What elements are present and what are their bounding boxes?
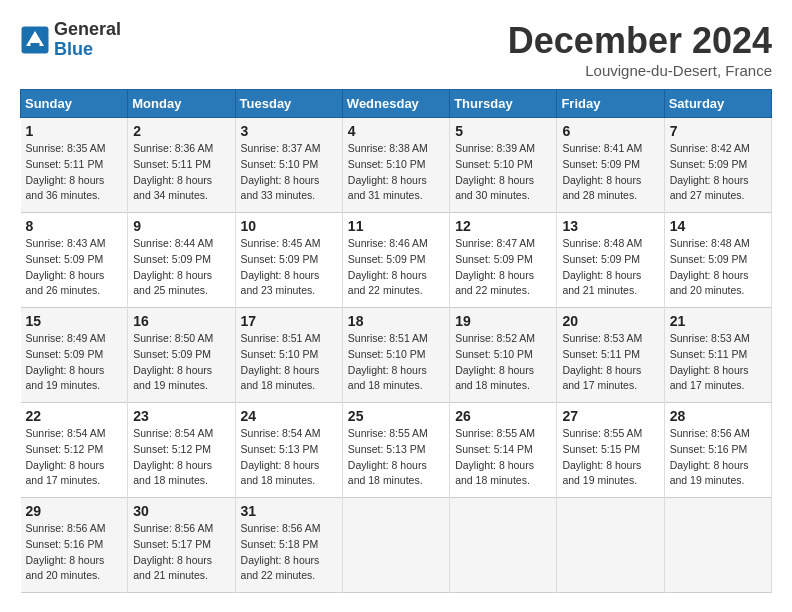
day-number: 26 — [455, 408, 551, 424]
day-number: 15 — [26, 313, 123, 329]
page-header: General Blue December 2024 Louvigne-du-D… — [20, 20, 772, 79]
day-number: 25 — [348, 408, 444, 424]
calendar-cell: 26Sunrise: 8:55 AMSunset: 5:14 PMDayligh… — [450, 403, 557, 498]
calendar-cell: 4Sunrise: 8:38 AMSunset: 5:10 PMDaylight… — [342, 118, 449, 213]
logo-icon — [20, 25, 50, 55]
calendar-cell: 28Sunrise: 8:56 AMSunset: 5:16 PMDayligh… — [664, 403, 771, 498]
day-number: 5 — [455, 123, 551, 139]
day-number: 7 — [670, 123, 766, 139]
day-info: Sunrise: 8:47 AMSunset: 5:09 PMDaylight:… — [455, 236, 551, 299]
day-info: Sunrise: 8:51 AMSunset: 5:10 PMDaylight:… — [241, 331, 337, 394]
day-info: Sunrise: 8:49 AMSunset: 5:09 PMDaylight:… — [26, 331, 123, 394]
calendar-cell: 27Sunrise: 8:55 AMSunset: 5:15 PMDayligh… — [557, 403, 664, 498]
day-number: 10 — [241, 218, 337, 234]
calendar-cell: 12Sunrise: 8:47 AMSunset: 5:09 PMDayligh… — [450, 213, 557, 308]
day-number: 20 — [562, 313, 658, 329]
day-info: Sunrise: 8:55 AMSunset: 5:13 PMDaylight:… — [348, 426, 444, 489]
month-title: December 2024 — [508, 20, 772, 62]
day-info: Sunrise: 8:56 AMSunset: 5:18 PMDaylight:… — [241, 521, 337, 584]
day-info: Sunrise: 8:56 AMSunset: 5:17 PMDaylight:… — [133, 521, 229, 584]
calendar-table: SundayMondayTuesdayWednesdayThursdayFrid… — [20, 89, 772, 593]
calendar-cell: 14Sunrise: 8:48 AMSunset: 5:09 PMDayligh… — [664, 213, 771, 308]
calendar-cell: 29Sunrise: 8:56 AMSunset: 5:16 PMDayligh… — [21, 498, 128, 593]
header-row: SundayMondayTuesdayWednesdayThursdayFrid… — [21, 90, 772, 118]
calendar-cell — [450, 498, 557, 593]
day-number: 29 — [26, 503, 123, 519]
calendar-cell: 6Sunrise: 8:41 AMSunset: 5:09 PMDaylight… — [557, 118, 664, 213]
calendar-week-row: 22Sunrise: 8:54 AMSunset: 5:12 PMDayligh… — [21, 403, 772, 498]
day-info: Sunrise: 8:54 AMSunset: 5:13 PMDaylight:… — [241, 426, 337, 489]
svg-rect-2 — [31, 43, 40, 46]
day-number: 1 — [26, 123, 123, 139]
day-info: Sunrise: 8:54 AMSunset: 5:12 PMDaylight:… — [26, 426, 123, 489]
day-number: 11 — [348, 218, 444, 234]
day-info: Sunrise: 8:48 AMSunset: 5:09 PMDaylight:… — [670, 236, 766, 299]
day-number: 17 — [241, 313, 337, 329]
column-header-friday: Friday — [557, 90, 664, 118]
calendar-cell: 21Sunrise: 8:53 AMSunset: 5:11 PMDayligh… — [664, 308, 771, 403]
calendar-cell: 17Sunrise: 8:51 AMSunset: 5:10 PMDayligh… — [235, 308, 342, 403]
title-block: December 2024 Louvigne-du-Desert, France — [508, 20, 772, 79]
column-header-monday: Monday — [128, 90, 235, 118]
calendar-cell — [557, 498, 664, 593]
calendar-week-row: 15Sunrise: 8:49 AMSunset: 5:09 PMDayligh… — [21, 308, 772, 403]
day-info: Sunrise: 8:38 AMSunset: 5:10 PMDaylight:… — [348, 141, 444, 204]
column-header-saturday: Saturday — [664, 90, 771, 118]
calendar-cell: 20Sunrise: 8:53 AMSunset: 5:11 PMDayligh… — [557, 308, 664, 403]
day-number: 31 — [241, 503, 337, 519]
day-number: 4 — [348, 123, 444, 139]
calendar-cell — [342, 498, 449, 593]
day-info: Sunrise: 8:35 AMSunset: 5:11 PMDaylight:… — [26, 141, 123, 204]
day-number: 16 — [133, 313, 229, 329]
day-number: 8 — [26, 218, 123, 234]
day-number: 18 — [348, 313, 444, 329]
day-number: 14 — [670, 218, 766, 234]
day-info: Sunrise: 8:48 AMSunset: 5:09 PMDaylight:… — [562, 236, 658, 299]
day-number: 30 — [133, 503, 229, 519]
day-info: Sunrise: 8:43 AMSunset: 5:09 PMDaylight:… — [26, 236, 123, 299]
calendar-cell: 7Sunrise: 8:42 AMSunset: 5:09 PMDaylight… — [664, 118, 771, 213]
calendar-cell: 9Sunrise: 8:44 AMSunset: 5:09 PMDaylight… — [128, 213, 235, 308]
calendar-cell: 19Sunrise: 8:52 AMSunset: 5:10 PMDayligh… — [450, 308, 557, 403]
calendar-week-row: 8Sunrise: 8:43 AMSunset: 5:09 PMDaylight… — [21, 213, 772, 308]
day-info: Sunrise: 8:41 AMSunset: 5:09 PMDaylight:… — [562, 141, 658, 204]
day-number: 21 — [670, 313, 766, 329]
day-number: 23 — [133, 408, 229, 424]
day-info: Sunrise: 8:36 AMSunset: 5:11 PMDaylight:… — [133, 141, 229, 204]
day-number: 3 — [241, 123, 337, 139]
calendar-week-row: 29Sunrise: 8:56 AMSunset: 5:16 PMDayligh… — [21, 498, 772, 593]
day-info: Sunrise: 8:55 AMSunset: 5:15 PMDaylight:… — [562, 426, 658, 489]
day-number: 13 — [562, 218, 658, 234]
column-header-tuesday: Tuesday — [235, 90, 342, 118]
day-info: Sunrise: 8:53 AMSunset: 5:11 PMDaylight:… — [562, 331, 658, 394]
calendar-cell: 15Sunrise: 8:49 AMSunset: 5:09 PMDayligh… — [21, 308, 128, 403]
calendar-cell: 22Sunrise: 8:54 AMSunset: 5:12 PMDayligh… — [21, 403, 128, 498]
logo-line2: Blue — [54, 40, 121, 60]
calendar-cell: 23Sunrise: 8:54 AMSunset: 5:12 PMDayligh… — [128, 403, 235, 498]
calendar-cell: 16Sunrise: 8:50 AMSunset: 5:09 PMDayligh… — [128, 308, 235, 403]
calendar-cell: 11Sunrise: 8:46 AMSunset: 5:09 PMDayligh… — [342, 213, 449, 308]
calendar-cell: 31Sunrise: 8:56 AMSunset: 5:18 PMDayligh… — [235, 498, 342, 593]
day-number: 22 — [26, 408, 123, 424]
day-info: Sunrise: 8:56 AMSunset: 5:16 PMDaylight:… — [26, 521, 123, 584]
day-number: 24 — [241, 408, 337, 424]
day-info: Sunrise: 8:54 AMSunset: 5:12 PMDaylight:… — [133, 426, 229, 489]
logo: General Blue — [20, 20, 121, 60]
day-number: 12 — [455, 218, 551, 234]
calendar-cell: 24Sunrise: 8:54 AMSunset: 5:13 PMDayligh… — [235, 403, 342, 498]
day-number: 28 — [670, 408, 766, 424]
day-info: Sunrise: 8:44 AMSunset: 5:09 PMDaylight:… — [133, 236, 229, 299]
day-number: 27 — [562, 408, 658, 424]
column-header-sunday: Sunday — [21, 90, 128, 118]
day-info: Sunrise: 8:55 AMSunset: 5:14 PMDaylight:… — [455, 426, 551, 489]
day-info: Sunrise: 8:46 AMSunset: 5:09 PMDaylight:… — [348, 236, 444, 299]
day-number: 6 — [562, 123, 658, 139]
day-info: Sunrise: 8:45 AMSunset: 5:09 PMDaylight:… — [241, 236, 337, 299]
calendar-cell: 30Sunrise: 8:56 AMSunset: 5:17 PMDayligh… — [128, 498, 235, 593]
calendar-cell: 8Sunrise: 8:43 AMSunset: 5:09 PMDaylight… — [21, 213, 128, 308]
column-header-thursday: Thursday — [450, 90, 557, 118]
day-number: 2 — [133, 123, 229, 139]
day-info: Sunrise: 8:39 AMSunset: 5:10 PMDaylight:… — [455, 141, 551, 204]
day-info: Sunrise: 8:56 AMSunset: 5:16 PMDaylight:… — [670, 426, 766, 489]
day-info: Sunrise: 8:37 AMSunset: 5:10 PMDaylight:… — [241, 141, 337, 204]
